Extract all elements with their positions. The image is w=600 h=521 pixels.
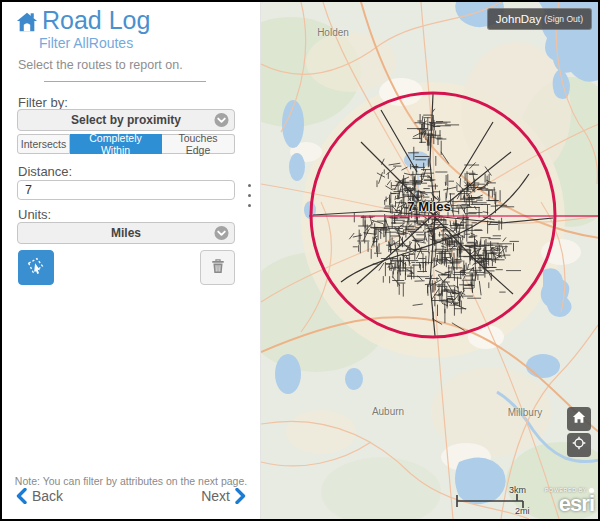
next-label: Next	[201, 488, 230, 504]
note-text: Note: You can filter by attributes on th…	[2, 475, 260, 487]
locate-icon	[572, 436, 586, 454]
username: JohnDay	[496, 13, 541, 25]
place-label-holden: Holden	[317, 27, 349, 38]
map-area[interactable]: HoldenAuburnMillbury 7 Miles JohnDay (Si…	[261, 2, 598, 519]
app-home-icon	[16, 11, 38, 33]
locate-button[interactable]	[567, 433, 591, 457]
divider	[44, 81, 206, 82]
distance-input[interactable]	[17, 180, 235, 200]
spatial-relationship-tabs: IntersectsCompletely WithinTouches Edge	[17, 134, 235, 154]
back-button[interactable]: Back	[16, 488, 63, 504]
tab-intersects[interactable]: Intersects	[17, 134, 70, 154]
back-label: Back	[32, 488, 63, 504]
place-label-millbury: Millbury	[508, 407, 542, 418]
tab-touches-edge[interactable]: Touches Edge	[162, 134, 235, 154]
page-subtitle: Filter AllRoutes	[39, 35, 133, 51]
sign-out-link[interactable]: (Sign Out)	[544, 14, 583, 24]
units-label: Units:	[18, 207, 51, 222]
tab-completely-within[interactable]: Completely Within	[70, 134, 162, 154]
home-icon	[572, 410, 586, 428]
panel-resize-handle[interactable]	[248, 184, 251, 207]
units-select-value: Miles	[111, 226, 141, 240]
instruction-text: Select the routes to report on.	[18, 58, 183, 72]
distance-label: Distance:	[18, 164, 72, 179]
page-title: Road Log	[42, 6, 150, 35]
chevron-down-icon	[214, 226, 229, 241]
scale-km-label: 3km	[509, 485, 526, 495]
chevron-down-icon	[214, 113, 229, 128]
left-panel: Road Log Filter AllRoutes Select the rou…	[2, 2, 261, 519]
esri-logo: esri	[545, 493, 594, 515]
select-on-map-button[interactable]	[18, 250, 54, 285]
filter-by-label: Filter by:	[18, 95, 68, 110]
trash-icon	[208, 256, 228, 280]
next-button[interactable]: Next	[201, 488, 246, 504]
home-extent-button[interactable]	[567, 407, 591, 431]
units-select[interactable]: Miles	[17, 222, 235, 244]
chevron-right-icon	[235, 488, 246, 504]
scale-mi-label: 2mi	[515, 506, 530, 516]
esri-attribution: POWERED BY esri	[545, 488, 594, 516]
chevron-left-icon	[16, 488, 27, 504]
proximity-select[interactable]: Select by proximity	[17, 109, 235, 131]
app-window: Road Log Filter AllRoutes Select the rou…	[0, 0, 600, 521]
user-menu-button[interactable]: JohnDay (Sign Out)	[487, 8, 592, 30]
scale-bar: 3km 2mi	[451, 485, 541, 517]
lasso-select-icon	[25, 255, 47, 281]
proximity-select-value: Select by proximity	[71, 113, 181, 127]
basemap	[261, 2, 598, 519]
clear-selection-button[interactable]	[200, 250, 235, 285]
buffer-distance-label: 7 Miles	[407, 199, 450, 214]
place-label-auburn: Auburn	[372, 406, 404, 417]
